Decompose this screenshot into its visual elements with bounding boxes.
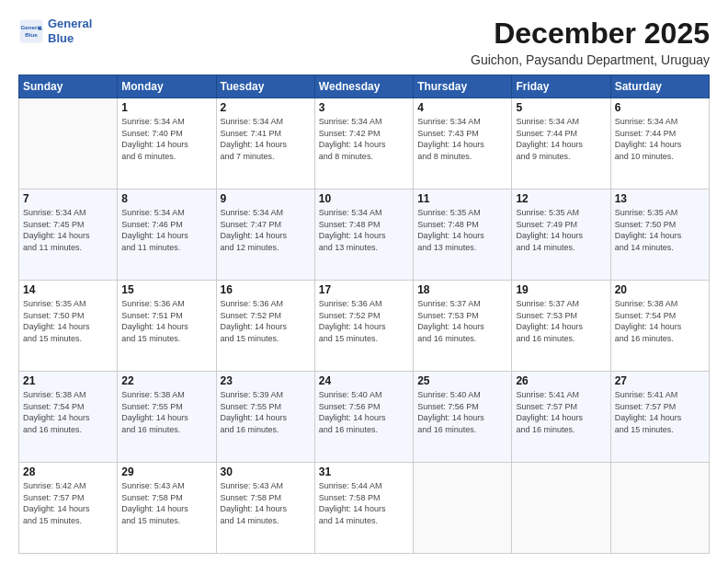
header-day-friday: Friday <box>512 75 610 98</box>
title-block: December 2025 Guichon, Paysandu Departme… <box>471 17 710 67</box>
day-info: Sunrise: 5:34 AM Sunset: 7:44 PM Dayligh… <box>615 116 705 162</box>
day-info: Sunrise: 5:39 AM Sunset: 7:55 PM Dayligh… <box>221 389 311 435</box>
day-info: Sunrise: 5:40 AM Sunset: 7:56 PM Dayligh… <box>417 389 507 435</box>
day-number: 30 <box>221 465 311 478</box>
day-info: Sunrise: 5:36 AM Sunset: 7:52 PM Dayligh… <box>319 298 409 344</box>
day-number: 21 <box>23 374 113 387</box>
calendar-cell <box>610 463 709 554</box>
calendar-cell <box>19 98 118 190</box>
svg-text:Blue: Blue <box>25 31 38 38</box>
day-number: 7 <box>23 192 113 205</box>
day-number: 9 <box>221 192 311 205</box>
day-number: 8 <box>121 192 211 205</box>
day-number: 11 <box>417 192 507 205</box>
calendar-cell: 29Sunrise: 5:43 AM Sunset: 7:58 PM Dayli… <box>118 463 216 554</box>
calendar-cell: 23Sunrise: 5:39 AM Sunset: 7:55 PM Dayli… <box>216 372 314 463</box>
calendar-cell <box>414 463 512 554</box>
day-number: 6 <box>615 101 705 114</box>
calendar-cell: 18Sunrise: 5:37 AM Sunset: 7:53 PM Dayli… <box>414 281 512 372</box>
day-info: Sunrise: 5:37 AM Sunset: 7:53 PM Dayligh… <box>417 298 507 344</box>
day-number: 26 <box>516 374 606 387</box>
calendar-cell: 13Sunrise: 5:35 AM Sunset: 7:50 PM Dayli… <box>610 190 709 281</box>
calendar-cell: 17Sunrise: 5:36 AM Sunset: 7:52 PM Dayli… <box>314 281 413 372</box>
day-info: Sunrise: 5:34 AM Sunset: 7:47 PM Dayligh… <box>221 207 311 253</box>
day-info: Sunrise: 5:34 AM Sunset: 7:43 PM Dayligh… <box>417 116 507 162</box>
logo-icon: General Blue <box>18 18 44 44</box>
day-number: 25 <box>417 374 507 387</box>
day-info: Sunrise: 5:42 AM Sunset: 7:57 PM Dayligh… <box>23 480 113 526</box>
day-number: 15 <box>121 283 211 296</box>
calendar-cell: 25Sunrise: 5:40 AM Sunset: 7:56 PM Dayli… <box>414 372 512 463</box>
calendar-cell: 20Sunrise: 5:38 AM Sunset: 7:54 PM Dayli… <box>610 281 709 372</box>
day-info: Sunrise: 5:43 AM Sunset: 7:58 PM Dayligh… <box>221 480 311 526</box>
day-info: Sunrise: 5:34 AM Sunset: 7:44 PM Dayligh… <box>516 116 606 162</box>
header-day-sunday: Sunday <box>19 75 118 98</box>
day-info: Sunrise: 5:34 AM Sunset: 7:42 PM Dayligh… <box>319 116 409 162</box>
calendar-cell: 5Sunrise: 5:34 AM Sunset: 7:44 PM Daylig… <box>512 98 610 190</box>
calendar-cell: 3Sunrise: 5:34 AM Sunset: 7:42 PM Daylig… <box>314 98 413 190</box>
calendar-cell: 1Sunrise: 5:34 AM Sunset: 7:40 PM Daylig… <box>118 98 216 190</box>
calendar-cell: 14Sunrise: 5:35 AM Sunset: 7:50 PM Dayli… <box>19 281 118 372</box>
calendar-week-2: 7Sunrise: 5:34 AM Sunset: 7:45 PM Daylig… <box>19 190 710 281</box>
day-number: 31 <box>319 465 409 478</box>
day-number: 16 <box>221 283 311 296</box>
day-info: Sunrise: 5:34 AM Sunset: 7:48 PM Dayligh… <box>319 207 409 253</box>
calendar-cell: 28Sunrise: 5:42 AM Sunset: 7:57 PM Dayli… <box>19 463 118 554</box>
calendar-week-3: 14Sunrise: 5:35 AM Sunset: 7:50 PM Dayli… <box>19 281 710 372</box>
header-day-monday: Monday <box>118 75 216 98</box>
day-info: Sunrise: 5:36 AM Sunset: 7:52 PM Dayligh… <box>221 298 311 344</box>
day-number: 4 <box>417 101 507 114</box>
day-info: Sunrise: 5:35 AM Sunset: 7:50 PM Dayligh… <box>23 298 113 344</box>
day-number: 13 <box>615 192 705 205</box>
day-info: Sunrise: 5:38 AM Sunset: 7:54 PM Dayligh… <box>615 298 705 344</box>
day-number: 29 <box>121 465 211 478</box>
calendar-week-4: 21Sunrise: 5:38 AM Sunset: 7:54 PM Dayli… <box>19 372 710 463</box>
day-number: 10 <box>319 192 409 205</box>
day-info: Sunrise: 5:38 AM Sunset: 7:54 PM Dayligh… <box>23 389 113 435</box>
day-info: Sunrise: 5:34 AM Sunset: 7:40 PM Dayligh… <box>121 116 211 162</box>
calendar-header-row: SundayMondayTuesdayWednesdayThursdayFrid… <box>19 75 710 98</box>
day-info: Sunrise: 5:40 AM Sunset: 7:56 PM Dayligh… <box>319 389 409 435</box>
day-number: 2 <box>221 101 311 114</box>
day-info: Sunrise: 5:35 AM Sunset: 7:49 PM Dayligh… <box>516 207 606 253</box>
logo-line2: Blue <box>48 31 74 45</box>
day-number: 5 <box>516 101 606 114</box>
calendar-cell: 2Sunrise: 5:34 AM Sunset: 7:41 PM Daylig… <box>216 98 314 190</box>
day-number: 17 <box>319 283 409 296</box>
day-number: 14 <box>23 283 113 296</box>
calendar-cell: 27Sunrise: 5:41 AM Sunset: 7:57 PM Dayli… <box>610 372 709 463</box>
calendar-cell: 11Sunrise: 5:35 AM Sunset: 7:48 PM Dayli… <box>414 190 512 281</box>
day-info: Sunrise: 5:34 AM Sunset: 7:45 PM Dayligh… <box>23 207 113 253</box>
calendar-cell: 4Sunrise: 5:34 AM Sunset: 7:43 PM Daylig… <box>414 98 512 190</box>
header-day-thursday: Thursday <box>414 75 512 98</box>
day-number: 3 <box>319 101 409 114</box>
day-number: 19 <box>516 283 606 296</box>
header-day-tuesday: Tuesday <box>216 75 314 98</box>
day-number: 24 <box>319 374 409 387</box>
day-info: Sunrise: 5:44 AM Sunset: 7:58 PM Dayligh… <box>319 480 409 526</box>
day-number: 22 <box>121 374 211 387</box>
calendar-cell: 10Sunrise: 5:34 AM Sunset: 7:48 PM Dayli… <box>314 190 413 281</box>
day-number: 20 <box>615 283 705 296</box>
calendar-cell: 9Sunrise: 5:34 AM Sunset: 7:47 PM Daylig… <box>216 190 314 281</box>
subtitle: Guichon, Paysandu Department, Uruguay <box>471 52 710 67</box>
page: General Blue General Blue December 2025 … <box>0 0 728 563</box>
calendar-cell: 19Sunrise: 5:37 AM Sunset: 7:53 PM Dayli… <box>512 281 610 372</box>
day-number: 23 <box>221 374 311 387</box>
day-info: Sunrise: 5:34 AM Sunset: 7:41 PM Dayligh… <box>221 116 311 162</box>
day-info: Sunrise: 5:36 AM Sunset: 7:51 PM Dayligh… <box>121 298 211 344</box>
main-title: December 2025 <box>471 17 710 51</box>
day-number: 1 <box>121 101 211 114</box>
day-number: 28 <box>23 465 113 478</box>
logo: General Blue General Blue <box>18 17 92 45</box>
day-info: Sunrise: 5:34 AM Sunset: 7:46 PM Dayligh… <box>121 207 211 253</box>
calendar-cell: 8Sunrise: 5:34 AM Sunset: 7:46 PM Daylig… <box>118 190 216 281</box>
day-info: Sunrise: 5:41 AM Sunset: 7:57 PM Dayligh… <box>516 389 606 435</box>
day-info: Sunrise: 5:35 AM Sunset: 7:48 PM Dayligh… <box>417 207 507 253</box>
day-info: Sunrise: 5:37 AM Sunset: 7:53 PM Dayligh… <box>516 298 606 344</box>
calendar-cell <box>512 463 610 554</box>
calendar-cell: 31Sunrise: 5:44 AM Sunset: 7:58 PM Dayli… <box>314 463 413 554</box>
day-number: 27 <box>615 374 705 387</box>
calendar-table: SundayMondayTuesdayWednesdayThursdayFrid… <box>18 75 710 554</box>
calendar-cell: 24Sunrise: 5:40 AM Sunset: 7:56 PM Dayli… <box>314 372 413 463</box>
